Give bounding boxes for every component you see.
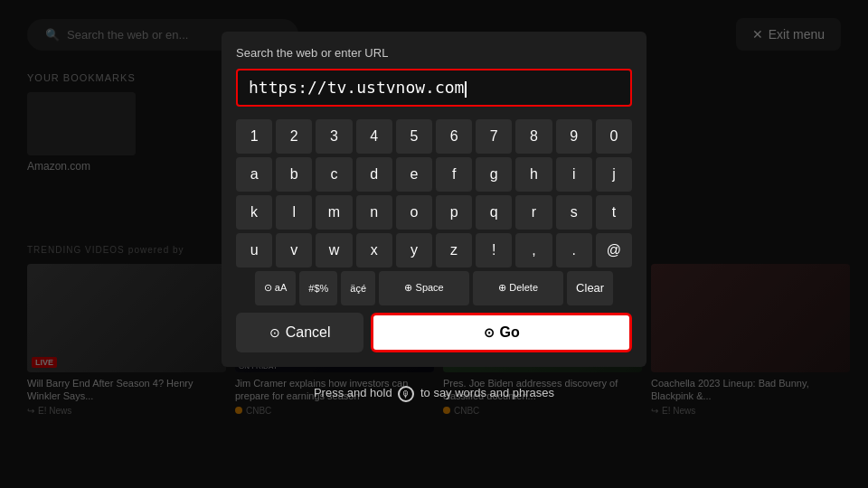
go-icon: ⊙ xyxy=(484,325,495,340)
key-u[interactable]: u xyxy=(236,233,272,267)
cancel-icon: ⊙ xyxy=(269,325,280,340)
key-l[interactable]: l xyxy=(276,195,312,230)
key-period[interactable]: . xyxy=(556,233,592,267)
key-2[interactable]: 2 xyxy=(276,119,312,154)
key-0[interactable]: 0 xyxy=(596,119,632,154)
key-at[interactable]: @ xyxy=(596,233,632,267)
key-t[interactable]: t xyxy=(596,195,632,230)
key-accents[interactable]: äçé xyxy=(341,271,375,305)
key-6[interactable]: 6 xyxy=(436,119,472,154)
keyboard-action-row: ⊙ Cancel ⊙ Go xyxy=(236,313,632,352)
go-button[interactable]: ⊙ Go xyxy=(371,313,632,352)
go-label: Go xyxy=(500,324,520,341)
key-delete[interactable]: ⊕ Delete xyxy=(473,271,563,305)
keyboard-modal: Search the web or enter URL https://tv.u… xyxy=(222,32,646,367)
cancel-label: Cancel xyxy=(286,324,331,341)
key-q[interactable]: q xyxy=(476,195,512,230)
url-cursor xyxy=(465,81,467,98)
keyboard-row-numbers: 1 2 3 4 5 6 7 8 9 0 xyxy=(236,119,632,154)
key-r[interactable]: r xyxy=(515,195,552,230)
key-c[interactable]: c xyxy=(316,157,352,192)
mic-icon: 🎙 xyxy=(398,386,414,402)
key-d[interactable]: d xyxy=(356,157,392,192)
keyboard-row-a: a b c d e f g h i j xyxy=(236,157,632,192)
url-input-text: https://tv.ustvnow.com xyxy=(249,78,464,97)
press-hold-bar: Press and hold 🎙 to say words and phrase… xyxy=(222,384,646,402)
key-p[interactable]: p xyxy=(436,195,472,230)
keyboard-row-k: k l m n o p q r s t xyxy=(236,195,632,230)
keyboard-rows: 1 2 3 4 5 6 7 8 9 0 a b c d e f g h i j … xyxy=(236,119,632,305)
key-exclaim[interactable]: ! xyxy=(476,233,512,267)
key-v[interactable]: v xyxy=(276,233,312,267)
key-a[interactable]: a xyxy=(236,157,272,192)
key-7[interactable]: 7 xyxy=(476,119,512,154)
key-n[interactable]: n xyxy=(356,195,392,230)
key-3[interactable]: 3 xyxy=(316,119,352,154)
key-j[interactable]: j xyxy=(596,157,632,192)
key-9[interactable]: 9 xyxy=(556,119,592,154)
key-k[interactable]: k xyxy=(236,195,272,230)
key-y[interactable]: y xyxy=(396,233,432,267)
key-1[interactable]: 1 xyxy=(236,119,272,154)
key-z[interactable]: z xyxy=(436,233,472,267)
key-comma[interactable]: , xyxy=(515,233,552,267)
key-4[interactable]: 4 xyxy=(356,119,392,154)
url-input-container[interactable]: https://tv.ustvnow.com xyxy=(236,69,632,107)
key-x[interactable]: x xyxy=(356,233,392,267)
keyboard-row-u: u v w x y z ! , . @ xyxy=(236,233,632,267)
key-8[interactable]: 8 xyxy=(515,119,552,154)
key-w[interactable]: w xyxy=(316,233,352,267)
cancel-button[interactable]: ⊙ Cancel xyxy=(236,313,363,352)
keyboard-row-special: ⊙ aA #$% äçé ⊕ Space ⊕ Delete Clear xyxy=(236,271,632,305)
key-h[interactable]: h xyxy=(515,157,552,192)
key-5[interactable]: 5 xyxy=(396,119,432,154)
key-i[interactable]: i xyxy=(556,157,592,192)
key-m[interactable]: m xyxy=(316,195,352,230)
key-s[interactable]: s xyxy=(556,195,592,230)
key-e[interactable]: e xyxy=(396,157,432,192)
key-o[interactable]: o xyxy=(396,195,432,230)
key-caps[interactable]: ⊙ aA xyxy=(255,271,297,305)
key-space[interactable]: ⊕ Space xyxy=(379,271,469,305)
key-f[interactable]: f xyxy=(436,157,472,192)
key-b[interactable]: b xyxy=(276,157,312,192)
key-clear[interactable]: Clear xyxy=(567,271,613,305)
key-symbols[interactable]: #$% xyxy=(299,271,337,305)
key-g[interactable]: g xyxy=(476,157,512,192)
press-hold-text: Press and hold 🎙 to say words and phrase… xyxy=(314,386,554,399)
modal-title: Search the web or enter URL xyxy=(236,46,632,60)
